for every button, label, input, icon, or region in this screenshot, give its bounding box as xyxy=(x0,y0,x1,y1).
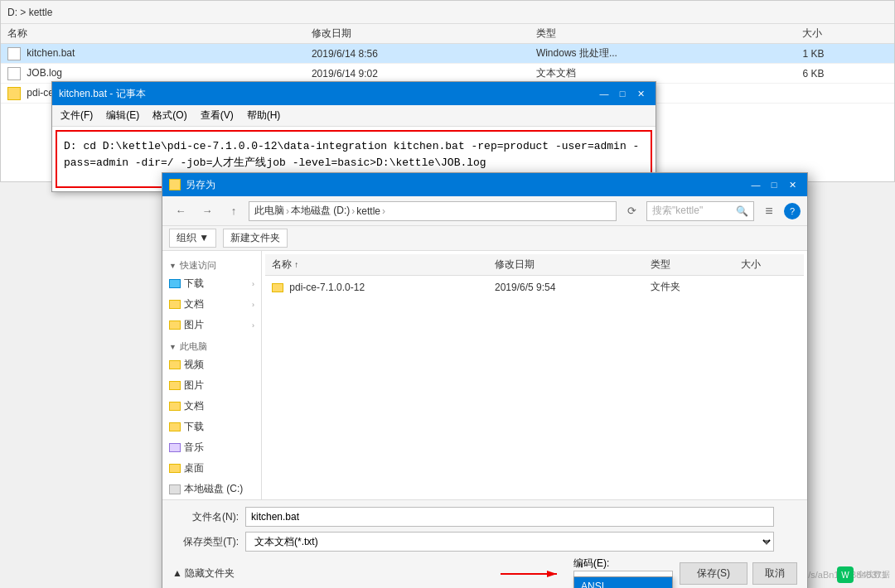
organize-button[interactable]: 组织 ▼ xyxy=(169,229,216,248)
drive-c-icon xyxy=(169,484,181,494)
dialog-close-button[interactable]: ✕ xyxy=(784,177,801,192)
pictures2-icon xyxy=(169,381,181,390)
dialog-footer: 文件名(N): 保存类型(T): 文本文档(*.txt) ▼ ▲ 隐藏文件夹 xyxy=(162,499,807,588)
filename-input[interactable] xyxy=(245,507,774,527)
log-icon xyxy=(7,67,21,80)
red-arrow-annotation xyxy=(501,564,567,584)
encoding-and-actions: 编码(E): ANSI ▼ ANSI Unicode Unicode big e… xyxy=(501,557,797,588)
dialog-body: ▼ 快速访问 下载 › 文档 › 图片 › ▼ 此电脑 xyxy=(162,251,807,499)
col-name: 名称 xyxy=(1,24,305,44)
breadcrumb[interactable]: 此电脑 › 本地磁盘 (D:) › kettle › xyxy=(249,201,617,221)
folder-icon xyxy=(272,283,283,292)
quick-access-header[interactable]: ▼ 快速访问 xyxy=(162,254,261,273)
expand-arrow-icon: › xyxy=(252,321,254,330)
search-placeholder: 搜索"kettle" xyxy=(652,204,703,218)
savetype-wrapper: 文本文档(*.txt) ▼ xyxy=(245,532,774,552)
search-box[interactable]: 搜索"kettle" 🔍 xyxy=(646,201,754,221)
sidebar-label: 桌面 xyxy=(184,461,204,475)
file-name: JOB.log xyxy=(1,64,305,84)
savetype-label: 保存类型(T): xyxy=(172,535,239,549)
col-type: 类型 xyxy=(530,24,796,44)
titlebar-buttons: — □ ✕ xyxy=(596,86,649,101)
sidebar-item-music[interactable]: 音乐 xyxy=(162,437,261,458)
table-row[interactable]: pdi-ce-7.1.0.0-12 2019/6/5 9:54 文件夹 xyxy=(265,276,804,299)
sidebar-label: 下载 xyxy=(184,420,204,434)
dialog-titlebar: 另存为 — □ ✕ xyxy=(162,173,807,196)
menu-edit[interactable]: 编辑(E) xyxy=(101,107,144,124)
expand-arrow-icon: › xyxy=(252,301,254,309)
dialog-maximize-button[interactable]: □ xyxy=(766,177,782,192)
sidebar-item-documents2[interactable]: 文档 xyxy=(162,396,261,417)
sidebar-label: 视频 xyxy=(184,358,204,372)
sidebar-item-pictures[interactable]: 图片 › xyxy=(162,315,261,335)
hide-folders-button[interactable]: ▲ 隐藏文件夹 xyxy=(172,566,235,581)
download-icon xyxy=(169,279,181,288)
sidebar-label: 下载 xyxy=(184,277,204,291)
dialog-minimize-button[interactable]: — xyxy=(747,177,764,192)
table-row[interactable]: JOB.log 2019/6/14 9:02 文本文档 6 KB xyxy=(1,64,894,84)
minimize-button[interactable]: — xyxy=(596,86,612,101)
menu-help[interactable]: 帮助(H) xyxy=(242,107,286,124)
downloads2-icon xyxy=(169,422,181,431)
help-button[interactable]: ? xyxy=(784,203,801,219)
savetype-select[interactable]: 文本文档(*.txt) xyxy=(245,532,774,552)
main-col-date[interactable]: 修改日期 xyxy=(488,254,644,276)
sidebar-item-download[interactable]: 下载 › xyxy=(162,273,261,294)
main-col-name[interactable]: 名称 ↑ xyxy=(265,254,488,276)
breadcrumb-sep2: › xyxy=(351,205,355,217)
forward-button[interactable]: → xyxy=(196,201,219,221)
menu-file[interactable]: 文件(F) xyxy=(56,107,98,124)
sidebar-item-pictures2[interactable]: 图片 xyxy=(162,375,261,396)
view-options-button[interactable]: ≡ xyxy=(757,201,781,221)
maximize-button[interactable]: □ xyxy=(614,86,631,101)
sidebar-item-documents[interactable]: 文档 › xyxy=(162,294,261,315)
file-explorer-header: D: > kettle xyxy=(1,1,894,24)
saveas-dialog: 另存为 — □ ✕ ← → ↑ 此电脑 › 本地磁盘 (D:) › kettle… xyxy=(162,172,808,588)
menu-view[interactable]: 查看(V) xyxy=(196,107,239,124)
sidebar-item-desktop[interactable]: 桌面 xyxy=(162,458,261,479)
encoding-option-ansi[interactable]: ANSI xyxy=(574,577,672,588)
new-folder-button[interactable]: 新建文件夹 xyxy=(223,229,288,248)
wechat-branding: W 全栈数据 xyxy=(837,566,890,583)
save-button[interactable]: 保存(S) xyxy=(680,562,747,585)
expand-icon: ▼ xyxy=(169,262,177,270)
documents-icon xyxy=(169,300,181,309)
main-col-size[interactable]: 大小 xyxy=(734,254,804,276)
up-button[interactable]: ↑ xyxy=(222,201,245,221)
file-name: pdi-ce-7.1.0.0-12 xyxy=(265,276,488,299)
filename-row: 文件名(N): xyxy=(172,507,797,527)
notepad-title: kitchen.bat - 记事本 xyxy=(59,87,146,101)
sidebar-item-downloads2[interactable]: 下载 xyxy=(162,417,261,437)
main-col-type[interactable]: 类型 xyxy=(644,254,734,276)
sidebar-label: 图片 xyxy=(184,318,204,332)
dialog-folder-icon xyxy=(169,179,181,190)
quick-access-label: 快速访问 xyxy=(180,259,216,272)
sidebar-label: 音乐 xyxy=(184,441,204,455)
menu-format[interactable]: 格式(O) xyxy=(148,107,191,124)
file-size xyxy=(796,84,894,104)
table-row[interactable]: kitchen.bat 2019/6/14 8:56 Windows 批处理..… xyxy=(1,44,894,64)
music-icon xyxy=(169,443,181,452)
dialog-titlebar-buttons: — □ ✕ xyxy=(747,177,801,192)
search-icon: 🔍 xyxy=(736,205,748,217)
footer-bottom-row: ▲ 隐藏文件夹 编码(E): xyxy=(172,557,797,588)
breadcrumb-sep3: › xyxy=(382,205,385,217)
sidebar-label: 图片 xyxy=(184,378,204,393)
savetype-row: 保存类型(T): 文本文档(*.txt) ▼ xyxy=(172,532,797,552)
sidebar-label: 文档 xyxy=(184,399,204,413)
back-button[interactable]: ← xyxy=(169,201,192,221)
dialog-action-buttons: 保存(S) 取消 xyxy=(680,562,797,585)
thispc-header[interactable]: ▼ 此电脑 xyxy=(162,335,261,354)
expand-icon: ▼ xyxy=(169,343,177,351)
file-size xyxy=(734,276,804,299)
wechat-text: 全栈数据 xyxy=(857,569,890,581)
cancel-button[interactable]: 取消 xyxy=(752,562,797,585)
file-type: 文本文档 xyxy=(530,64,796,84)
breadcrumb-sep1: › xyxy=(286,205,289,217)
close-button[interactable]: ✕ xyxy=(632,86,649,101)
dialog-title: 另存为 xyxy=(169,178,215,192)
sidebar-item-videos[interactable]: 视频 xyxy=(162,354,261,375)
documents2-icon xyxy=(169,402,181,411)
sidebar-item-drive-c[interactable]: 本地磁盘 (C:) xyxy=(162,479,261,499)
refresh-button[interactable]: ⟳ xyxy=(620,201,643,221)
